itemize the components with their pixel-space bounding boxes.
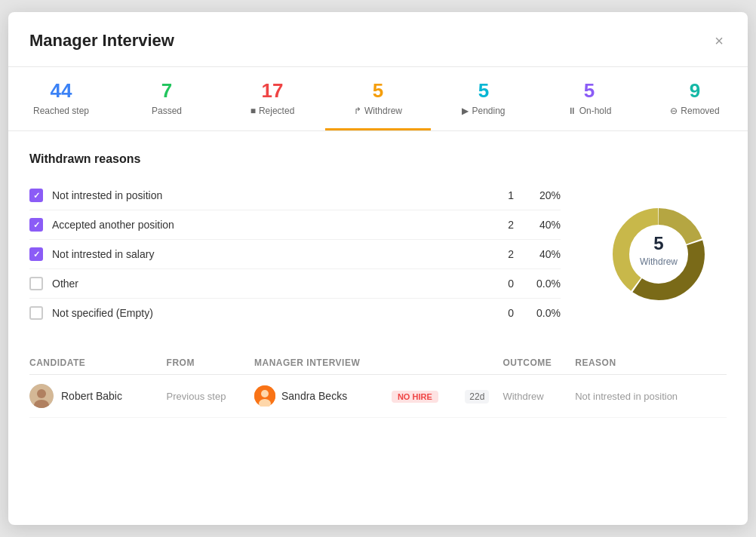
avatar bbox=[29, 384, 54, 408]
tab-removed-number: 9 bbox=[648, 79, 742, 103]
candidates-section: Candidate From Manager Interview Outcome… bbox=[29, 351, 727, 418]
reason-label-0: Not intrested in position bbox=[52, 189, 475, 201]
reason-cell: Not intrested in position bbox=[575, 375, 727, 418]
reason-count-2: 2 bbox=[484, 248, 514, 260]
reason-pct-3: 0.0% bbox=[523, 278, 561, 290]
col-candidate: Candidate bbox=[29, 351, 167, 375]
tab-withdrew[interactable]: 5 ↱ Withdrew bbox=[325, 67, 431, 130]
reason-pct-0: 20% bbox=[523, 189, 561, 201]
col-reason: Reason bbox=[575, 351, 727, 375]
reason-pct-2: 40% bbox=[523, 248, 561, 260]
tab-withdrew-number: 5 bbox=[331, 79, 425, 103]
reason-count-4: 0 bbox=[484, 307, 514, 319]
reason-label-1: Accepted another position bbox=[52, 219, 475, 231]
donut-chart: 5 Withdrew bbox=[591, 181, 727, 327]
reason-pct-4: 0.0% bbox=[523, 307, 561, 319]
close-button[interactable]: × bbox=[711, 30, 727, 51]
modal-header: Manager Interview × bbox=[8, 12, 748, 67]
modal-body: Withdrawn reasons Not intrested in posit… bbox=[8, 131, 748, 439]
reason-row: Not intrested in salary 2 40% bbox=[29, 240, 561, 269]
modal: Manager Interview × 44 Reached step 7 Pa… bbox=[8, 12, 748, 525]
donut-svg: 5 Withdrew bbox=[598, 194, 719, 315]
reason-label-4: Not specified (Empty) bbox=[52, 307, 475, 319]
tab-removed-label: ⊖ Removed bbox=[648, 106, 742, 116]
reason-checkbox-3[interactable] bbox=[29, 277, 43, 290]
svg-point-4 bbox=[261, 390, 269, 397]
reason-count-3: 0 bbox=[484, 278, 514, 290]
modal-title: Manager Interview bbox=[29, 31, 174, 51]
reason-count-0: 1 bbox=[484, 189, 514, 201]
interviewer-name: Sandra Becks bbox=[281, 390, 347, 402]
interviewer-cell: Sandra Becks bbox=[254, 375, 392, 418]
tab-rejected[interactable]: 17 ■ Rejected bbox=[220, 67, 325, 130]
reason-label-2: Not intrested in salary bbox=[52, 248, 475, 260]
tabs-bar: 44 Reached step 7 Passed 17 ■ Rejected 5… bbox=[8, 67, 748, 131]
donut-center-label: Withdrew bbox=[640, 256, 678, 267]
candidates-table: Candidate From Manager Interview Outcome… bbox=[29, 351, 727, 418]
col-outcome: Outcome bbox=[502, 351, 575, 375]
tab-onhold-number: 5 bbox=[542, 79, 636, 103]
tab-onhold-label: ⏸ On-hold bbox=[542, 106, 636, 116]
tab-reached-label: Reached step bbox=[14, 106, 108, 116]
reasons-table: Not intrested in position 1 20% Accepted… bbox=[29, 181, 561, 327]
tab-reached-number: 44 bbox=[14, 79, 108, 103]
tab-reached[interactable]: 44 Reached step bbox=[8, 67, 114, 130]
onhold-icon: ⏸ bbox=[567, 106, 576, 116]
reason-row: Accepted another position 2 40% bbox=[29, 210, 561, 240]
tab-onhold[interactable]: 5 ⏸ On-hold bbox=[536, 67, 642, 130]
section-title: Withdrawn reasons bbox=[29, 152, 727, 166]
reason-row: Other 0 0.0% bbox=[29, 269, 561, 299]
tab-passed-number: 7 bbox=[120, 79, 214, 103]
reason-row: Not intrested in position 1 20% bbox=[29, 181, 561, 210]
tab-passed[interactable]: 7 Passed bbox=[114, 67, 220, 130]
reason-row: Not specified (Empty) 0 0.0% bbox=[29, 299, 561, 327]
from-cell: Previous step bbox=[167, 375, 254, 418]
days-cell: 22d bbox=[460, 375, 502, 418]
reason-label-3: Other bbox=[52, 278, 475, 290]
col-interview: Manager Interview bbox=[254, 351, 502, 375]
tab-passed-label: Passed bbox=[120, 106, 214, 116]
interviewer-avatar bbox=[254, 385, 275, 407]
tab-pending-label: ▶ Pending bbox=[437, 106, 530, 116]
days-badge: 22d bbox=[465, 390, 489, 404]
tab-rejected-label: ■ Rejected bbox=[226, 106, 319, 116]
no-hire-badge: NO HIRE bbox=[392, 391, 438, 403]
reason-pct-1: 40% bbox=[523, 219, 561, 231]
reason-checkbox-2[interactable] bbox=[29, 247, 43, 261]
badge-cell: NO HIRE bbox=[392, 375, 460, 418]
reason-checkbox-4[interactable] bbox=[29, 306, 43, 320]
reason-checkbox-1[interactable] bbox=[29, 218, 43, 232]
withdrew-icon: ↱ bbox=[354, 106, 361, 116]
content-area: Not intrested in position 1 20% Accepted… bbox=[29, 181, 727, 327]
outcome-cell: Withdrew bbox=[502, 375, 575, 418]
donut-center-number: 5 bbox=[653, 233, 663, 253]
col-from: From bbox=[167, 351, 254, 375]
table-row: Robert Babic Previous step bbox=[29, 375, 727, 418]
svg-point-1 bbox=[37, 389, 46, 398]
candidate-cell: Robert Babic bbox=[29, 375, 167, 418]
tab-removed[interactable]: 9 ⊖ Removed bbox=[642, 67, 748, 130]
tab-rejected-number: 17 bbox=[226, 79, 319, 103]
candidate-name: Robert Babic bbox=[61, 390, 122, 402]
tab-pending[interactable]: 5 ▶ Pending bbox=[431, 67, 536, 130]
rejected-icon: ■ bbox=[250, 106, 256, 116]
tab-pending-number: 5 bbox=[437, 79, 530, 103]
pending-icon: ▶ bbox=[462, 106, 469, 116]
tab-withdrew-label: ↱ Withdrew bbox=[331, 106, 425, 116]
removed-icon: ⊖ bbox=[670, 106, 678, 116]
reason-count-1: 2 bbox=[484, 219, 514, 231]
reason-checkbox-0[interactable] bbox=[29, 189, 43, 202]
